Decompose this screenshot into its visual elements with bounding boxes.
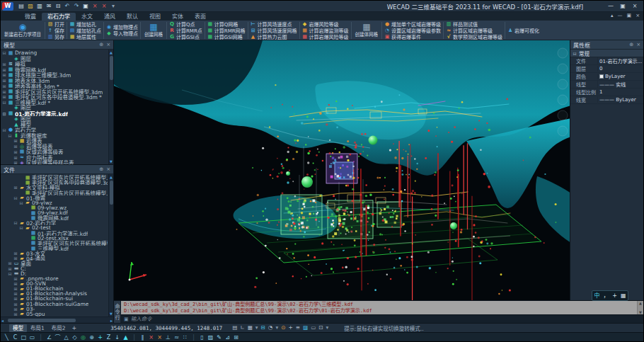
create-volume-mesh-button[interactable]: ▦创建体网格 (354, 23, 380, 38)
tree-item[interactable]: ⊟●岩石力学 (1, 127, 108, 133)
tree-item[interactable]: ⊟▮岩爆数据库 (1, 132, 108, 138)
grid-icon[interactable]: ▦ (248, 324, 253, 332)
file-tree-scrollbar[interactable]: ▲ ▼ (108, 174, 113, 317)
file-tree-hscrollbar[interactable]: ◂ ▸ (1, 317, 113, 323)
layout-tab-布局1[interactable]: 布局1 (27, 324, 48, 332)
tree-item[interactable]: ⊞▰03-水文 (1, 251, 108, 256)
layout-tab-布局2[interactable]: 布局2 (48, 324, 69, 332)
pin-icon[interactable]: ⊕ (99, 166, 103, 172)
tree-item[interactable]: ▦三维模型.kdf (1, 246, 108, 251)
snap-icon[interactable]: ∟ (240, 324, 244, 332)
print-icon[interactable]: ⊟ (54, 1, 62, 11)
tree-item[interactable]: ⊞▦区域岩爆等级表 (1, 149, 108, 155)
expand-toggle-icon[interactable]: ⊞ (2, 72, 6, 77)
expand-toggle-icon[interactable]: ⊞ (2, 84, 6, 89)
calc-rockburst-risk-level-button[interactable]: ▦计算岩爆风险等级 (302, 34, 349, 40)
expand-toggle-icon[interactable]: ⊞ (13, 144, 18, 149)
scroll-right-icon[interactable]: ▸ (110, 318, 113, 323)
rectangle-icon[interactable]: □ (21, 333, 27, 342)
expand-toggle-icon[interactable]: ⊞ (8, 266, 12, 271)
import-physical-point-button[interactable]: ◆导入物理点 (106, 30, 138, 36)
tree-item[interactable]: ▦01-岩石力学演示.kdf (1, 231, 108, 236)
get-rockburst-events-button[interactable]: ▣获得岩爆事件 (384, 34, 441, 40)
expand-toggle-icon[interactable]: ⊞ (13, 276, 18, 281)
offset-icon[interactable]: ↓ (114, 333, 120, 342)
tree-item[interactable]: ▦毛坪矿区河东片区开拓系统模型.kdf (1, 241, 108, 246)
tree-item[interactable]: ⊞▰01-Blockchain-Analysis (1, 291, 108, 296)
expand-toggle-icon[interactable]: ⊞ (13, 291, 18, 296)
tree-item[interactable]: ⊞▰04-通风 (1, 256, 108, 261)
tree-item[interactable]: ⊞▰01-Blockchain-suiGame (1, 302, 108, 307)
ortho-icon[interactable]: ⊟ (261, 324, 265, 332)
angle-icon[interactable]: ∠ (46, 333, 52, 342)
tree-item[interactable]: ⊞▦地表等高线.3dm * (1, 84, 108, 89)
polar-dropdown-icon[interactable]: ▾ (275, 324, 278, 332)
property-row[interactable]: 文件01-岩石力学演示... (570, 57, 643, 65)
circle-icon[interactable]: C (12, 333, 18, 342)
open-button[interactable]: ▨打开 (47, 21, 64, 27)
calc-q-point-button[interactable]: Q计算Q点 (169, 21, 202, 27)
model-space-icon[interactable]: ▤ (232, 324, 237, 332)
ribbon-tab-水文[interactable]: 水文 (76, 13, 98, 21)
calc-q-grid-button[interactable]: ▦计算Q网格 (207, 21, 246, 27)
line-icon[interactable]: ╲ (4, 333, 10, 342)
viewport-3d[interactable] (114, 40, 570, 300)
tree-item[interactable]: ⊞▰05-gpu (1, 312, 108, 317)
tree-item[interactable]: ▦毛坪矿区河东片区开拓系统模型.3dm (1, 175, 108, 180)
model-tree-scrollbar[interactable]: ▲ ▼ (108, 50, 113, 164)
grid-dropdown-icon[interactable]: ▾ (255, 324, 258, 332)
polygon-icon[interactable]: ◇ (71, 333, 78, 342)
tree-item[interactable]: ⊞▰03- (1, 307, 108, 312)
lineweight-icon[interactable]: ≡ (296, 324, 300, 332)
ime-fullwidth-icon[interactable]: + (612, 291, 617, 300)
ribbon-tab-默认[interactable]: 默认 (121, 13, 144, 21)
new-file-icon[interactable]: ▤ (18, 1, 25, 11)
calc-wind-velocity-grid-button[interactable]: ⊞计算风场速度网格 (251, 28, 297, 33)
polyline-icon[interactable]: ▭ (29, 333, 35, 342)
math-predict-region-rockburst-button[interactable]: √数学预测区域岩爆等级 (446, 34, 502, 40)
save-button[interactable]: ↑保存 (47, 28, 64, 33)
calc-wind-velocity-point-button[interactable]: ⊢计算风场速度点 (251, 21, 297, 27)
scroll-thumb[interactable] (8, 319, 76, 322)
tree-item[interactable]: ⊞▰.pnpm-store (1, 276, 108, 281)
mirror-icon[interactable]: ∥ (139, 333, 146, 342)
perpendicular-icon[interactable]: ⊥ (165, 333, 171, 342)
tree-item[interactable]: ▦毛坪矿区河东各中段巷道模型.3dm (1, 180, 108, 185)
expand-toggle-icon[interactable]: ⊞ (13, 251, 18, 256)
tree-item[interactable]: ⊞▦毛坪矿区河东各中段巷道模型.3dm * (1, 94, 108, 100)
polar-icon[interactable]: ◔ (268, 324, 273, 332)
mdi-restore-button[interactable]: ▣ (627, 13, 632, 18)
sample-test-values-button[interactable]: ▥样品测试值 (446, 21, 502, 27)
maximize-button[interactable]: ▣ (619, 3, 626, 9)
close-icon[interactable]: × (106, 42, 110, 47)
scroll-up-icon[interactable]: ▲ (110, 50, 113, 55)
mdi-minimize-button[interactable]: — (618, 13, 623, 18)
tree-item[interactable]: ▦09-ylwz.wz (1, 205, 108, 210)
expand-toggle-icon[interactable]: ⊞ (13, 149, 18, 154)
close-button[interactable]: × (631, 3, 638, 9)
expand-toggle-icon[interactable]: ⊞ (13, 302, 18, 307)
grid-toggle-icon[interactable]: ⊞ (233, 333, 239, 342)
ime-punctuation-icon[interactable]: ， (603, 291, 609, 300)
tree-item[interactable]: ⊟▰01-微震 (1, 195, 108, 200)
command-window-tab[interactable]: 命令行 (114, 301, 121, 323)
tree-item[interactable]: ⊞▦地表水体.3dm (1, 78, 108, 84)
undo-icon[interactable]: ↶ (64, 1, 71, 11)
transparency-icon[interactable]: ▨ (303, 324, 308, 332)
property-row[interactable]: 颜色ByLayer (570, 73, 643, 81)
tree-item[interactable]: ⊟▦01-岩石力学演示.kdf (1, 110, 108, 116)
ribbon-tab-实体[interactable]: 实体 (166, 13, 189, 21)
move-icon[interactable]: + (97, 333, 103, 342)
layout-tab-模型[interactable]: 模型 (9, 324, 27, 332)
tree-item[interactable]: ⊞≈应力指标表 (1, 154, 108, 160)
expand-toggle-icon[interactable]: ⊟ (2, 127, 6, 132)
tree-item[interactable]: ⊟▦Drawing (1, 50, 108, 56)
new-rock-mechanics-project-button[interactable]: ◉新建岩石力学项目 (3, 23, 42, 38)
erase-icon[interactable]: × (148, 333, 154, 342)
ime-chinese-icon[interactable]: 中 (594, 291, 599, 300)
add-single-region-rockburst-level-button[interactable]: ●增加单个区域岩爆等级 (384, 21, 441, 27)
expand-toggle-icon[interactable]: ⊞ (13, 307, 18, 312)
viewport-icon[interactable]: ▯ (199, 333, 205, 342)
tree-item[interactable]: ⊟▰02-test (1, 225, 108, 230)
expand-toggle-icon[interactable]: ⊞ (2, 89, 6, 94)
